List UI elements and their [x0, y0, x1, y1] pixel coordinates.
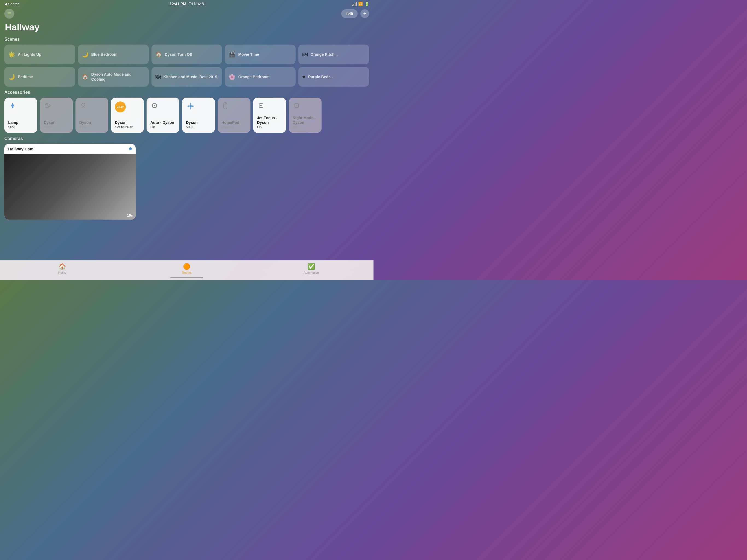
svg-rect-8 [260, 105, 262, 106]
scene-kitchen-music-label: Kitchen and Music, Best 2019 [163, 74, 217, 79]
accessory-dyson-good[interactable]: Dyson Good [40, 98, 73, 133]
camera-timestamp: 10s [127, 213, 133, 218]
tab-automation[interactable]: ✅ Automation [249, 263, 374, 274]
orange-bedroom-icon: 🌸 [229, 74, 235, 80]
camera-name: Hallway Cam [8, 147, 34, 151]
status-date: Fri Nov 8 [188, 2, 204, 6]
jet-focus-status: On [257, 125, 282, 129]
scene-orange-bedroom[interactable]: 🌸 Orange Bedroom [225, 67, 295, 87]
dyson-turn-off-icon: 🏠 [155, 51, 162, 58]
homepod-icon [222, 101, 247, 111]
kitchen-music-icon: 🍽 [155, 74, 161, 80]
scene-dyson-auto[interactable]: 🏠 Dyson Auto Mode and Cooling [78, 67, 149, 87]
camera-section: Hallway Cam 10s [4, 144, 369, 220]
lamp-name: Lamp [8, 120, 33, 125]
dyson-67-name: Dyson [79, 120, 104, 125]
all-lights-icon: 🌟 [8, 51, 15, 58]
movie-time-icon: 🎬 [229, 51, 235, 58]
edit-button[interactable]: Edit [341, 9, 358, 18]
dyson-good-name: Dyson [44, 120, 69, 125]
svg-rect-10 [296, 105, 298, 106]
dyson-26-name: Dyson [115, 120, 140, 125]
accessory-dyson-26[interactable]: 23.0° Dyson Set to 26.0° [111, 98, 144, 133]
auto-dyson-icon [150, 101, 176, 111]
menu-button[interactable]: ☰ [4, 9, 14, 19]
tab-bar: 🏠 Home 🟠 Rooms ✅ Automation [0, 260, 374, 280]
page-title: Hallway [0, 21, 374, 36]
lamp-icon [8, 101, 33, 111]
scene-purple-bedroom[interactable]: ♥ Purple Bedr... [298, 67, 369, 87]
accessory-homepod[interactable]: HomePod Paused [217, 98, 251, 133]
camera-live-indicator [129, 147, 132, 150]
dyson-good-status: Good [44, 125, 69, 129]
scene-blue-bedroom-label: Blue Bedroom [91, 52, 118, 57]
night-mode-name: Night Mode - Dyson [292, 116, 318, 125]
back-search[interactable]: ◀ Search [4, 2, 19, 6]
homepod-status: Paused [222, 125, 247, 129]
bedtime-icon: 🌙 [8, 74, 15, 80]
jet-focus-name: Jet Focus - Dyson [257, 116, 282, 125]
accessories-section-label: Accessories [4, 90, 369, 95]
status-left: ◀ Search [4, 2, 19, 6]
scene-orange-kitchen[interactable]: 🍽 Orange Kitch... [298, 45, 369, 64]
wifi-icon: 📶 [358, 2, 363, 6]
signal-icon [353, 2, 357, 6]
scene-bedtime-label: Bedtime [18, 74, 33, 79]
accessory-auto-dyson[interactable]: Auto - Dyson On [147, 98, 179, 133]
home-tab-label: Home [58, 271, 66, 274]
tab-rooms[interactable]: 🟠 Rooms [124, 263, 249, 274]
scene-orange-kitchen-label: Orange Kitch... [310, 52, 338, 57]
status-right: 📶 🔋 [353, 2, 369, 6]
rooms-tab-label: Rooms [182, 271, 192, 274]
scene-purple-bedroom-label: Purple Bedr... [308, 74, 333, 79]
scene-blue-bedroom[interactable]: 🌙 Blue Bedroom [78, 45, 149, 64]
scene-dyson-turn-off[interactable]: 🏠 Dyson Turn Off [152, 45, 222, 64]
accessory-night-mode[interactable]: Night Mode - Dyson Off [289, 98, 321, 133]
dyson-26-status: Set to 26.0° [115, 125, 140, 129]
scene-kitchen-music[interactable]: 🍽 Kitchen and Music, Best 2019 [152, 67, 222, 87]
hallway-cam-card[interactable]: Hallway Cam 10s [4, 144, 136, 220]
svg-point-6 [225, 103, 226, 105]
battery-icon: 🔋 [364, 2, 369, 6]
accessory-lamp[interactable]: Lamp 50% [4, 98, 37, 133]
cameras-section-label: Cameras [4, 136, 369, 141]
status-time: 12:41 PM [170, 2, 186, 6]
home-tab-icon: 🏠 [58, 263, 66, 270]
add-button[interactable]: + [360, 9, 369, 18]
home-indicator [170, 277, 203, 278]
jet-focus-icon [257, 101, 282, 111]
main-content: Scenes 🌟 All Lights Up 🌙 Blue Bedroom 🏠 … [0, 36, 374, 271]
purple-bedroom-icon: ♥ [302, 74, 305, 80]
dyson-67-icon [79, 101, 104, 111]
scene-dyson-auto-label: Dyson Auto Mode and Cooling [91, 72, 145, 82]
dyson-auto-icon: 🏠 [82, 74, 88, 80]
dyson-26-icon: 23.0° [115, 101, 140, 112]
scene-orange-bedroom-label: Orange Bedroom [238, 74, 269, 79]
scene-dyson-turn-off-label: Dyson Turn Off [165, 52, 192, 57]
accessories-grid: Lamp 50% Dyson Good [4, 98, 369, 133]
scene-movie-time[interactable]: 🎬 Movie Time [225, 45, 295, 64]
rooms-tab-icon: 🟠 [183, 263, 190, 270]
blue-bedroom-icon: 🌙 [82, 51, 88, 58]
night-mode-icon [292, 101, 318, 111]
nav-actions: Edit + [341, 9, 369, 18]
homepod-name: HomePod [222, 120, 247, 125]
scene-bedtime[interactable]: 🌙 Bedtime [4, 67, 75, 87]
scene-movie-time-label: Movie Time [238, 52, 259, 57]
automation-tab-icon: ✅ [308, 263, 315, 270]
svg-point-1 [82, 103, 85, 106]
accessory-dyson-67[interactable]: Dyson 67% [75, 98, 108, 133]
scene-all-lights-up[interactable]: 🌟 All Lights Up [4, 45, 75, 64]
dyson-fan-status: 50% [186, 125, 211, 129]
status-bar: ◀ Search 12:41 PM Fri Nov 8 📶 🔋 [0, 0, 374, 8]
camera-preview: 10s [4, 154, 136, 220]
auto-dyson-name: Auto - Dyson [150, 120, 176, 125]
tab-home[interactable]: 🏠 Home [0, 263, 124, 274]
accessory-dyson-fan[interactable]: Dyson 50% [182, 98, 215, 133]
night-mode-status: Off [292, 125, 318, 129]
svg-point-4 [189, 105, 192, 107]
nav-bar: ☰ Edit + [0, 8, 374, 21]
accessory-jet-focus[interactable]: Jet Focus - Dyson On [253, 98, 286, 133]
lamp-status: 50% [8, 125, 33, 129]
dyson-good-icon [44, 101, 69, 111]
